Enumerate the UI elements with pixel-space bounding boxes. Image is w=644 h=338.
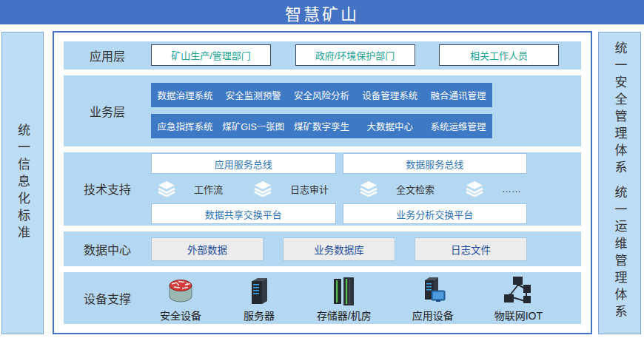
biz-data-governance: 数据治理系统	[151, 83, 219, 107]
storage-room-label: 存储器/机房	[317, 308, 372, 322]
biz-risk-analysis: 安全风险分析	[287, 83, 355, 107]
data-center-label: 数据中心	[64, 240, 151, 258]
page-title: 智慧矿山	[285, 1, 359, 24]
security-device-label: 安全设备	[160, 308, 201, 322]
business-layer-band: 业务层 数据治理系统 安全监测预警 安全风险分析 设备管理系统 融合通讯管理 应…	[64, 75, 581, 146]
app-box-related-staff: 相关工作人员	[439, 44, 559, 66]
title-banner: 智慧矿山	[0, 0, 644, 24]
tech-support-band: 技术支持 应用服务总线 数据服务总线 工作流	[64, 152, 581, 226]
iot-network-icon	[501, 274, 535, 307]
left-pillar-label: 统一信息化标准	[16, 124, 29, 243]
biz-safety-monitoring: 安全监测预警	[219, 83, 287, 107]
biz-gis-one-map: 煤矿GIS一张图	[219, 114, 287, 138]
right-pillar-label-security: 统一安全管理体系	[614, 41, 626, 178]
app-device-label: 应用设备	[412, 308, 454, 322]
middleware-workflow-label: 工作流	[194, 182, 223, 196]
middleware-log-audit: 日志审计	[253, 180, 329, 197]
platform-row: 数据共享交换平台 业务分析交换平台	[151, 203, 527, 224]
business-database-box: 业务数据库	[283, 237, 395, 261]
biz-equipment-mgmt: 设备管理系统	[356, 83, 424, 107]
application-layer-label: 应用层	[64, 47, 151, 64]
log-files-box: 日志文件	[415, 237, 527, 261]
biz-big-data-center: 大数据中心	[356, 114, 424, 138]
left-pillar-unified-info-standard: 统一信息化标准	[1, 32, 44, 334]
equipment-storage-room: 存储器/机房	[317, 274, 372, 322]
middleware-more-label: ……	[502, 183, 521, 195]
biz-comm-mgmt: 融合通讯管理	[424, 83, 492, 107]
middleware-workflow: 工作流	[157, 180, 223, 197]
service-bus-row: 应用服务总线 数据服务总线	[151, 153, 527, 174]
firewall-icon	[164, 274, 198, 307]
application-layer-band: 应用层 矿山生产/管理部门 政府/环境保护部门 相关工作人员	[64, 41, 581, 70]
iot-label: 物联网IOT	[494, 308, 543, 322]
biz-ops-mgmt: 系统运维管理	[424, 114, 492, 138]
server-label: 服务器	[244, 308, 275, 322]
equipment-iot: 物联网IOT	[494, 274, 543, 322]
equipment-app-device: 应用设备	[412, 274, 454, 322]
middleware-log-audit-label: 日志审计	[290, 182, 329, 196]
data-center-band: 数据中心 外部数据 业务数据库 日志文件	[64, 231, 581, 266]
data-sharing-platform: 数据共享交换平台	[151, 203, 336, 224]
business-layer-content: 数据治理系统 安全监测预警 安全风险分析 设备管理系统 融合通讯管理 应急指挥系…	[151, 83, 492, 138]
tech-support-label: 技术支持	[64, 180, 151, 197]
equipment-support-label: 设备支撑	[64, 289, 151, 307]
tech-support-content: 应用服务总线 数据服务总线 工作流	[151, 153, 527, 224]
app-service-bus: 应用服务总线	[151, 153, 336, 174]
equipment-support-band: 设备支撑 安全设备	[64, 272, 581, 324]
business-layer-label: 业务层	[64, 102, 151, 120]
business-row-2: 应急指挥系统 煤矿GIS一张图 煤矿数字孪生 大数据中心 系统运维管理	[151, 114, 492, 138]
middleware-fulltext-search: 全文检索	[359, 180, 435, 197]
middleware-more: ……	[465, 180, 521, 197]
server-icon	[242, 274, 276, 307]
layers-icon	[359, 180, 378, 197]
right-pillar-unified-systems: 统一安全管理体系 统一运维管理体系	[598, 32, 641, 334]
biz-digital-twin: 煤矿数字孪生	[287, 114, 355, 138]
main-architecture-panel: 应用层 矿山生产/管理部门 政府/环境保护部门 相关工作人员 业务层 数据治理系…	[53, 31, 592, 334]
app-box-government-env: 政府/环境保护部门	[295, 44, 415, 66]
smart-mine-architecture-diagram: 智慧矿山 统一信息化标准 统一安全管理体系 统一运维管理体系 应用层 矿山生产/…	[0, 0, 644, 338]
app-device-icon	[416, 274, 450, 307]
equipment-security-device: 安全设备	[160, 274, 201, 322]
app-box-mine-production: 矿山生产/管理部门	[151, 44, 271, 66]
layers-icon	[465, 180, 484, 197]
business-row-1: 数据治理系统 安全监测预警 安全风险分析 设备管理系统 融合通讯管理	[151, 83, 492, 107]
data-service-bus: 数据服务总线	[343, 153, 528, 174]
data-center-content: 外部数据 业务数据库 日志文件	[151, 237, 527, 261]
middleware-row: 工作流 日志审计	[151, 179, 527, 198]
equipment-server: 服务器	[242, 274, 276, 322]
business-analysis-platform: 业务分析交换平台	[343, 203, 528, 224]
application-layer-content: 矿山生产/管理部门 政府/环境保护部门 相关工作人员	[151, 44, 559, 66]
layers-icon	[157, 180, 176, 197]
layers-icon	[253, 180, 272, 197]
storage-rack-icon	[327, 274, 361, 307]
external-data-box: 外部数据	[151, 237, 264, 261]
equipment-support-content: 安全设备 服务器	[151, 274, 543, 322]
middleware-fulltext-search-label: 全文检索	[396, 182, 435, 196]
right-pillar-label-ops: 统一运维管理体系	[614, 186, 626, 322]
biz-emergency-command: 应急指挥系统	[151, 114, 219, 138]
